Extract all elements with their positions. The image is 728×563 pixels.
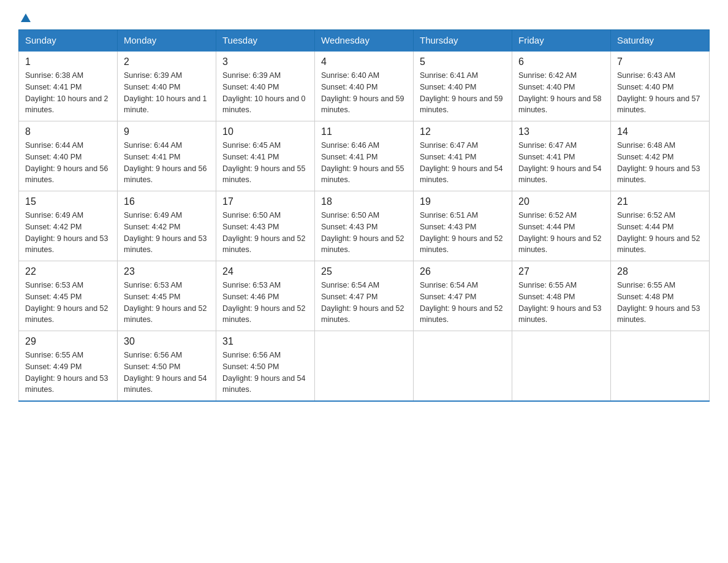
day-info: Sunrise: 6:55 AMSunset: 4:49 PMDaylight:… (25, 350, 111, 396)
day-info: Sunrise: 6:45 AMSunset: 4:41 PMDaylight:… (222, 140, 308, 186)
calendar-cell: 12Sunrise: 6:47 AMSunset: 4:41 PMDayligh… (414, 121, 512, 191)
day-info: Sunrise: 6:38 AMSunset: 4:41 PMDaylight:… (25, 70, 111, 116)
day-number: 5 (420, 56, 506, 67)
day-info: Sunrise: 6:48 AMSunset: 4:42 PMDaylight:… (617, 140, 703, 186)
day-info: Sunrise: 6:41 AMSunset: 4:40 PMDaylight:… (420, 70, 506, 116)
day-number: 14 (617, 126, 703, 137)
calendar-cell: 20Sunrise: 6:52 AMSunset: 4:44 PMDayligh… (512, 191, 611, 261)
calendar-cell: 15Sunrise: 6:49 AMSunset: 4:42 PMDayligh… (19, 191, 118, 261)
calendar-table: SundayMondayTuesdayWednesdayThursdayFrid… (18, 29, 710, 402)
day-info: Sunrise: 6:47 AMSunset: 4:41 PMDaylight:… (420, 140, 506, 186)
calendar-cell: 22Sunrise: 6:53 AMSunset: 4:45 PMDayligh… (19, 261, 118, 331)
calendar-cell: 14Sunrise: 6:48 AMSunset: 4:42 PMDayligh… (611, 121, 710, 191)
weekday-header-row: SundayMondayTuesdayWednesdayThursdayFrid… (19, 30, 710, 52)
day-number: 22 (25, 266, 111, 277)
day-info: Sunrise: 6:56 AMSunset: 4:50 PMDaylight:… (222, 350, 308, 396)
calendar-cell: 18Sunrise: 6:50 AMSunset: 4:43 PMDayligh… (315, 191, 414, 261)
day-info: Sunrise: 6:44 AMSunset: 4:41 PMDaylight:… (124, 140, 210, 186)
day-number: 3 (222, 56, 308, 67)
day-number: 26 (420, 266, 506, 277)
calendar-cell: 27Sunrise: 6:55 AMSunset: 4:48 PMDayligh… (512, 261, 611, 331)
calendar-cell: 24Sunrise: 6:53 AMSunset: 4:46 PMDayligh… (216, 261, 315, 331)
weekday-header-thursday: Thursday (414, 30, 512, 52)
day-info: Sunrise: 6:53 AMSunset: 4:45 PMDaylight:… (124, 280, 210, 326)
calendar-cell: 11Sunrise: 6:46 AMSunset: 4:41 PMDayligh… (315, 121, 414, 191)
calendar-week-row: 8Sunrise: 6:44 AMSunset: 4:40 PMDaylight… (19, 121, 710, 191)
calendar-cell (512, 331, 611, 402)
day-number: 19 (420, 196, 506, 207)
calendar-cell (414, 331, 512, 402)
calendar-week-row: 22Sunrise: 6:53 AMSunset: 4:45 PMDayligh… (19, 261, 710, 331)
calendar-cell: 17Sunrise: 6:50 AMSunset: 4:43 PMDayligh… (216, 191, 315, 261)
svg-marker-0 (21, 13, 31, 22)
day-info: Sunrise: 6:55 AMSunset: 4:48 PMDaylight:… (518, 280, 604, 326)
weekday-header-wednesday: Wednesday (315, 30, 414, 52)
day-info: Sunrise: 6:55 AMSunset: 4:48 PMDaylight:… (617, 280, 703, 326)
weekday-header-friday: Friday (512, 30, 611, 52)
calendar-cell: 19Sunrise: 6:51 AMSunset: 4:43 PMDayligh… (414, 191, 512, 261)
day-info: Sunrise: 6:39 AMSunset: 4:40 PMDaylight:… (124, 70, 210, 116)
day-info: Sunrise: 6:50 AMSunset: 4:43 PMDaylight:… (222, 210, 308, 256)
calendar-cell: 21Sunrise: 6:52 AMSunset: 4:44 PMDayligh… (611, 191, 710, 261)
calendar-cell (611, 331, 710, 402)
day-number: 30 (124, 336, 210, 347)
day-info: Sunrise: 6:52 AMSunset: 4:44 PMDaylight:… (518, 210, 604, 256)
weekday-header-sunday: Sunday (19, 30, 118, 52)
calendar-week-row: 15Sunrise: 6:49 AMSunset: 4:42 PMDayligh… (19, 191, 710, 261)
day-info: Sunrise: 6:53 AMSunset: 4:45 PMDaylight:… (25, 280, 111, 326)
day-number: 25 (321, 266, 407, 277)
day-number: 7 (617, 56, 703, 67)
day-number: 6 (518, 56, 604, 67)
calendar-week-row: 1Sunrise: 6:38 AMSunset: 4:41 PMDaylight… (19, 51, 710, 121)
calendar-cell: 29Sunrise: 6:55 AMSunset: 4:49 PMDayligh… (19, 331, 118, 402)
day-number: 15 (25, 196, 111, 207)
day-info: Sunrise: 6:53 AMSunset: 4:46 PMDaylight:… (222, 280, 308, 326)
day-number: 16 (124, 196, 210, 207)
calendar-cell: 3Sunrise: 6:39 AMSunset: 4:40 PMDaylight… (216, 51, 315, 121)
day-info: Sunrise: 6:44 AMSunset: 4:40 PMDaylight:… (25, 140, 111, 186)
day-number: 11 (321, 126, 407, 137)
day-info: Sunrise: 6:49 AMSunset: 4:42 PMDaylight:… (124, 210, 210, 256)
day-info: Sunrise: 6:54 AMSunset: 4:47 PMDaylight:… (420, 280, 506, 326)
day-number: 24 (222, 266, 308, 277)
day-number: 18 (321, 196, 407, 207)
day-info: Sunrise: 6:43 AMSunset: 4:40 PMDaylight:… (617, 70, 703, 116)
day-info: Sunrise: 6:49 AMSunset: 4:42 PMDaylight:… (25, 210, 111, 256)
calendar-cell (315, 331, 414, 402)
weekday-header-saturday: Saturday (611, 30, 710, 52)
day-number: 10 (222, 126, 308, 137)
calendar-cell: 4Sunrise: 6:40 AMSunset: 4:40 PMDaylight… (315, 51, 414, 121)
calendar-cell: 26Sunrise: 6:54 AMSunset: 4:47 PMDayligh… (414, 261, 512, 331)
day-info: Sunrise: 6:47 AMSunset: 4:41 PMDaylight:… (518, 140, 604, 186)
calendar-cell: 6Sunrise: 6:42 AMSunset: 4:40 PMDaylight… (512, 51, 611, 121)
day-number: 8 (25, 126, 111, 137)
day-number: 4 (321, 56, 407, 67)
calendar-cell: 7Sunrise: 6:43 AMSunset: 4:40 PMDaylight… (611, 51, 710, 121)
weekday-header-monday: Monday (118, 30, 216, 52)
weekday-header-tuesday: Tuesday (216, 30, 315, 52)
day-info: Sunrise: 6:42 AMSunset: 4:40 PMDaylight:… (518, 70, 604, 116)
calendar-cell: 23Sunrise: 6:53 AMSunset: 4:45 PMDayligh… (118, 261, 216, 331)
calendar-cell: 2Sunrise: 6:39 AMSunset: 4:40 PMDaylight… (118, 51, 216, 121)
logo-triangle-icon (20, 12, 31, 23)
calendar-cell: 31Sunrise: 6:56 AMSunset: 4:50 PMDayligh… (216, 331, 315, 402)
day-number: 13 (518, 126, 604, 137)
day-info: Sunrise: 6:56 AMSunset: 4:50 PMDaylight:… (124, 350, 210, 396)
calendar-cell: 28Sunrise: 6:55 AMSunset: 4:48 PMDayligh… (611, 261, 710, 331)
page-header (18, 12, 710, 23)
day-info: Sunrise: 6:50 AMSunset: 4:43 PMDaylight:… (321, 210, 407, 256)
day-info: Sunrise: 6:46 AMSunset: 4:41 PMDaylight:… (321, 140, 407, 186)
day-number: 28 (617, 266, 703, 277)
calendar-cell: 25Sunrise: 6:54 AMSunset: 4:47 PMDayligh… (315, 261, 414, 331)
day-number: 9 (124, 126, 210, 137)
day-number: 27 (518, 266, 604, 277)
calendar-cell: 13Sunrise: 6:47 AMSunset: 4:41 PMDayligh… (512, 121, 611, 191)
calendar-cell: 5Sunrise: 6:41 AMSunset: 4:40 PMDaylight… (414, 51, 512, 121)
day-number: 21 (617, 196, 703, 207)
calendar-week-row: 29Sunrise: 6:55 AMSunset: 4:49 PMDayligh… (19, 331, 710, 402)
day-number: 31 (222, 336, 308, 347)
calendar-cell: 9Sunrise: 6:44 AMSunset: 4:41 PMDaylight… (118, 121, 216, 191)
day-number: 23 (124, 266, 210, 277)
day-number: 20 (518, 196, 604, 207)
day-number: 12 (420, 126, 506, 137)
